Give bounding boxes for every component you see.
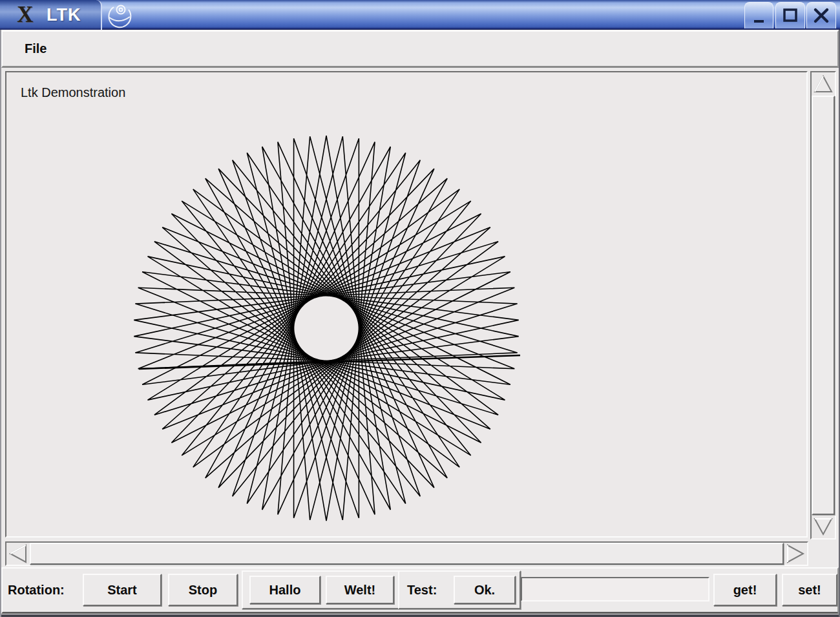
hallo-button[interactable]: Hallo bbox=[249, 576, 320, 604]
x11-logo-icon: X bbox=[14, 3, 36, 26]
vertical-scrollbar bbox=[810, 71, 836, 539]
scroll-down-button[interactable] bbox=[812, 515, 835, 538]
set-button[interactable]: set! bbox=[782, 574, 837, 606]
menu-file[interactable]: File bbox=[19, 40, 52, 58]
close-button[interactable] bbox=[806, 2, 836, 28]
spirograph-drawing bbox=[6, 72, 806, 536]
ok-button[interactable]: Ok. bbox=[454, 576, 516, 604]
ltk-window: X LTK bbox=[0, 0, 840, 617]
test-entry[interactable] bbox=[521, 577, 709, 601]
scroll-right-button[interactable] bbox=[784, 543, 807, 565]
horizontal-scrollbar-thumb[interactable] bbox=[30, 543, 784, 565]
maximize-icon bbox=[782, 8, 798, 23]
titlebar-tab[interactable]: X LTK bbox=[0, 0, 102, 30]
maximize-button[interactable] bbox=[775, 2, 805, 28]
toolbar: Rotation: Start Stop Hallo Welt! Test: O… bbox=[1, 567, 839, 614]
minimize-button[interactable] bbox=[744, 2, 773, 28]
test-frame: Test: Ok. bbox=[398, 570, 521, 609]
up-arrow-icon bbox=[812, 73, 834, 95]
get-button[interactable]: get! bbox=[713, 574, 777, 606]
vertical-scrollbar-thumb[interactable] bbox=[812, 96, 835, 515]
minimize-icon bbox=[752, 6, 766, 25]
menubar: File bbox=[1, 30, 839, 68]
left-arrow-icon bbox=[7, 543, 29, 565]
window-title: LTK bbox=[47, 5, 81, 25]
hallo-welt-frame: Hallo Welt! bbox=[242, 570, 399, 609]
right-arrow-icon bbox=[784, 543, 806, 565]
close-icon bbox=[813, 7, 830, 24]
down-arrow-icon bbox=[812, 516, 834, 538]
start-button[interactable]: Start bbox=[83, 574, 162, 606]
suse-geeko-icon bbox=[105, 2, 134, 29]
scroll-left-button[interactable] bbox=[6, 543, 30, 565]
welt-button[interactable]: Welt! bbox=[326, 576, 394, 604]
horizontal-scrollbar bbox=[5, 541, 808, 566]
stop-button[interactable]: Stop bbox=[168, 574, 238, 606]
rotation-label: Rotation: bbox=[8, 569, 65, 611]
test-label: Test: bbox=[407, 572, 437, 608]
scroll-up-button[interactable] bbox=[812, 72, 835, 96]
titlebar[interactable]: X LTK bbox=[0, 0, 840, 30]
canvas[interactable]: Ltk Demonstration bbox=[5, 71, 808, 538]
